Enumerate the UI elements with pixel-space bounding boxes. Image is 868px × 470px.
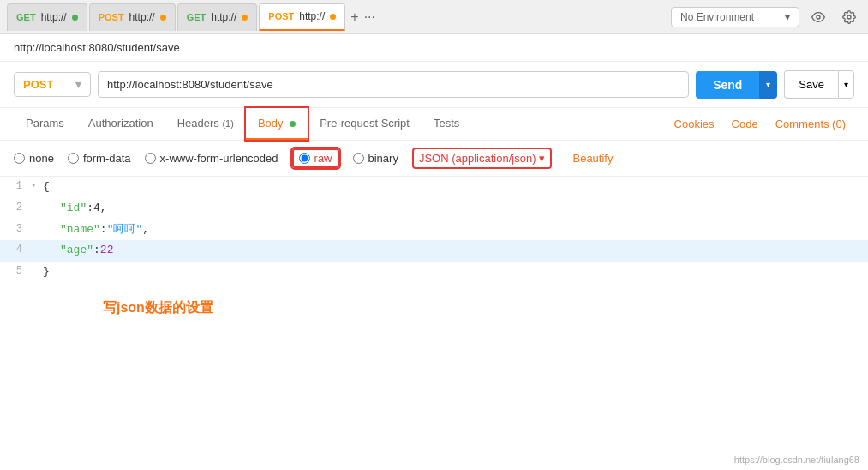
- tab-2-url: http://: [129, 11, 155, 23]
- tab-actions: Cookies Code Comments (0): [666, 109, 854, 139]
- tab-2-method: POST: [99, 12, 124, 22]
- line-arrow-1: ▾: [31, 177, 43, 194]
- option-form-data[interactable]: form-data: [68, 152, 131, 165]
- comments-link[interactable]: Comments (0): [767, 109, 854, 139]
- env-chevron-icon: ▾: [785, 11, 790, 23]
- line-num-1: 1: [0, 177, 31, 195]
- line-arrow-3: [31, 220, 43, 221]
- tab-authorization[interactable]: Authorization: [76, 108, 165, 140]
- tab-3-url: http://: [211, 11, 236, 23]
- tab-4-url: http://: [299, 10, 325, 22]
- code-line-2: 2 "id":4,: [0, 198, 868, 220]
- method-select[interactable]: POST ▾: [14, 72, 91, 97]
- tab-bar: GET http:// POST http:// GET http:// POS…: [0, 0, 868, 34]
- env-label: No Environment: [680, 11, 754, 23]
- settings-icon[interactable]: [837, 5, 861, 29]
- line-num-2: 2: [0, 198, 31, 216]
- add-tab-button[interactable]: +: [350, 9, 358, 25]
- tab-tests[interactable]: Tests: [422, 108, 471, 140]
- option-urlencoded[interactable]: x-www-form-urlencoded: [145, 152, 278, 165]
- tab-2-dot: [160, 15, 166, 21]
- tab-add-more: + ···: [350, 9, 375, 25]
- tab-2[interactable]: POST http://: [89, 3, 176, 31]
- more-tabs-button[interactable]: ···: [364, 9, 375, 25]
- cookies-link[interactable]: Cookies: [666, 109, 723, 139]
- tab-3[interactable]: GET http://: [177, 3, 258, 31]
- code-link[interactable]: Code: [723, 109, 767, 139]
- request-tabs: Params Authorization Headers (1) Body Pr…: [0, 108, 868, 141]
- line-arrow-2: [31, 198, 43, 200]
- code-line-5: 5 }: [0, 262, 868, 283]
- tab-pre-request[interactable]: Pre-request Script: [308, 108, 422, 140]
- tab-3-method: GET: [187, 12, 207, 22]
- save-button-group: Save ▾: [784, 70, 854, 99]
- code-line-3: 3 "name":"呵呵",: [0, 220, 868, 241]
- line-arrow-5: [31, 262, 43, 263]
- tab-4-method: POST: [268, 11, 294, 21]
- option-binary[interactable]: binary: [353, 152, 398, 165]
- code-line-1: 1 ▾ {: [0, 177, 868, 198]
- tab-1[interactable]: GET http://: [7, 3, 87, 31]
- json-type-chevron-icon: ▾: [539, 152, 545, 165]
- json-type-select[interactable]: JSON (application/json) ▾: [412, 148, 553, 169]
- option-none[interactable]: none: [14, 152, 54, 165]
- line-num-4: 4: [0, 240, 31, 258]
- svg-point-0: [817, 15, 820, 19]
- tab-1-method: GET: [16, 12, 36, 22]
- save-dropdown-button[interactable]: ▾: [838, 70, 854, 99]
- line-num-5: 5: [0, 262, 31, 280]
- environment-select[interactable]: No Environment ▾: [671, 7, 799, 27]
- send-button-group: Send ▾: [696, 71, 777, 99]
- svg-point-1: [847, 15, 851, 19]
- tab-params[interactable]: Params: [14, 108, 76, 140]
- url-title: http://localhost:8080/student/save: [0, 34, 868, 62]
- annotation-container: 写json数据的设置: [0, 283, 868, 333]
- tab-headers[interactable]: Headers (1): [165, 108, 246, 140]
- option-raw[interactable]: raw: [292, 148, 339, 168]
- line-content-4: "age":22: [43, 240, 868, 262]
- body-options: none form-data x-www-form-urlencoded raw…: [0, 141, 868, 177]
- tab-body[interactable]: Body: [246, 108, 308, 140]
- env-bar: No Environment ▾: [671, 5, 861, 29]
- save-button[interactable]: Save: [784, 70, 838, 99]
- code-line-4: 4 "age":22: [0, 240, 868, 262]
- beautify-button[interactable]: Beautify: [572, 152, 613, 165]
- tab-4-dot: [330, 14, 336, 20]
- send-button[interactable]: Send: [696, 71, 759, 99]
- line-arrow-4: [31, 240, 43, 242]
- tab-1-dot: [72, 15, 78, 21]
- url-input[interactable]: [98, 71, 689, 98]
- body-active-dot: [290, 121, 296, 127]
- annotation-text: 写json数据的设置: [51, 290, 227, 326]
- tab-1-url: http://: [41, 11, 67, 23]
- line-content-5: }: [43, 262, 868, 283]
- request-bar: POST ▾ Send ▾ Save ▾: [0, 62, 868, 108]
- line-content-1: {: [43, 177, 868, 198]
- line-num-3: 3: [0, 220, 31, 238]
- line-content-2: "id":4,: [43, 198, 868, 220]
- tab-3-dot: [242, 15, 248, 21]
- code-area: 1 ▾ { 2 "id":4, 3 "name":"呵呵", 4 "age":2…: [0, 177, 868, 333]
- method-label: POST: [23, 78, 53, 91]
- tab-4[interactable]: POST http://: [259, 3, 345, 31]
- method-chevron-icon: ▾: [75, 78, 81, 91]
- line-content-3: "name":"呵呵",: [43, 220, 868, 241]
- send-dropdown-button[interactable]: ▾: [759, 71, 777, 99]
- eye-icon[interactable]: [806, 5, 830, 29]
